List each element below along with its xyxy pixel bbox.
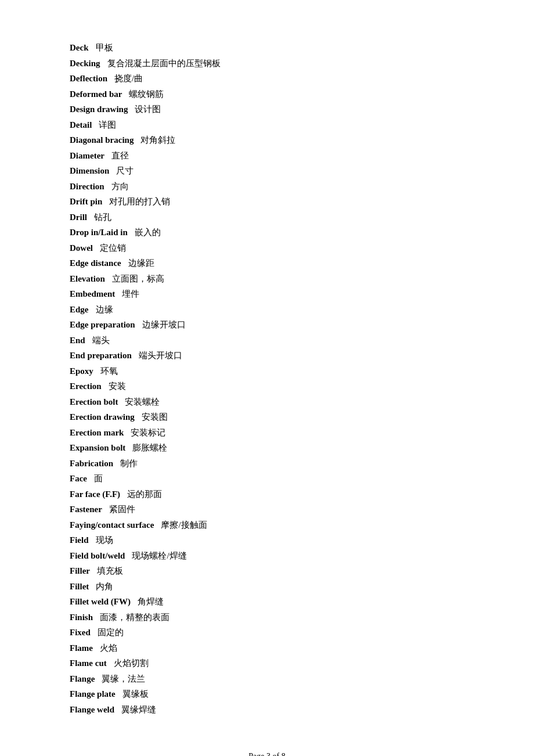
entry-chinese: 挠度/曲 <box>110 74 143 83</box>
glossary-entry: Field bolt/weld 现场螺栓/焊缝 <box>70 549 464 564</box>
entry-chinese: 火焰 <box>95 643 117 653</box>
glossary-entry: End preparation 端头开坡口 <box>70 348 464 363</box>
entry-chinese: 立面图，标高 <box>107 274 164 283</box>
entry-english: Field bolt/weld <box>70 551 125 560</box>
entry-english: Drill <box>70 213 87 222</box>
entry-chinese: 翼缘，法兰 <box>98 674 146 683</box>
entry-chinese: 摩擦/接触面 <box>157 520 207 530</box>
glossary-entry: Fillet weld (FW) 角焊缝 <box>70 595 464 610</box>
entry-chinese: 螺纹钢筋 <box>125 89 164 99</box>
entry-english: Edge preparation <box>70 320 135 329</box>
glossary-entry: Flame 火焰 <box>70 641 464 656</box>
glossary-entry: Erection 安装 <box>70 379 464 394</box>
entry-chinese: 钻孔 <box>90 213 112 222</box>
entry-chinese: 安装 <box>104 381 126 391</box>
glossary-entry: Flange weld 翼缘焊缝 <box>70 703 464 718</box>
entry-english: Far face (F.F) <box>70 489 120 499</box>
entry-chinese: 边缘开坡口 <box>138 320 186 329</box>
glossary-entry: Far face (F.F) 远的那面 <box>70 487 464 502</box>
page-number: Page 3 of 8 <box>248 752 285 756</box>
entry-chinese: 复合混凝土层面中的压型钢板 <box>103 59 221 68</box>
entry-english: Flame cut <box>70 658 107 668</box>
entry-chinese: 火焰切割 <box>109 658 149 668</box>
entry-english: Epoxy <box>70 366 93 376</box>
glossary-entry: Field 现场 <box>70 533 464 548</box>
glossary-entry: Edge preparation 边缘开坡口 <box>70 318 464 333</box>
entry-chinese: 端头 <box>88 336 110 345</box>
entry-chinese: 面漆，精整的表面 <box>96 613 170 622</box>
entry-chinese: 紧固件 <box>104 505 135 514</box>
glossary-entry: Decking 复合混凝土层面中的压型钢板 <box>70 56 464 71</box>
entry-chinese: 制作 <box>116 459 138 468</box>
entry-chinese: 对孔用的打入销 <box>105 197 171 206</box>
entry-chinese: 翼缘板 <box>118 689 149 699</box>
entry-chinese: 设计图 <box>131 105 161 114</box>
glossary-entry: Edge distance 边缘距 <box>70 256 464 271</box>
entry-english: Erection bolt <box>70 397 118 406</box>
entry-chinese: 远的那面 <box>123 489 163 499</box>
glossary-entry: Deflection 挠度/曲 <box>70 71 464 87</box>
entry-chinese: 膨胀螺栓 <box>128 443 168 452</box>
entry-chinese: 安装标记 <box>127 428 166 437</box>
entry-english: Fastener <box>70 505 102 514</box>
entry-chinese: 面 <box>89 474 103 483</box>
entry-english: Drop in/Laid in <box>70 228 128 237</box>
glossary-entry: Erection bolt 安装螺栓 <box>70 395 464 410</box>
entry-chinese: 内角 <box>92 582 114 591</box>
glossary-entry: Direction 方向 <box>70 179 464 195</box>
entry-english: Embedment <box>70 289 115 298</box>
glossary-entry: Flame cut 火焰切割 <box>70 656 464 671</box>
entry-english: Faying/contact surface <box>70 520 154 530</box>
entry-english: Detail <box>70 120 92 129</box>
entry-english: Fabrication <box>70 459 113 468</box>
entry-chinese: 嵌入的 <box>130 228 161 237</box>
main-content: Deck 甲板Decking 复合混凝土层面中的压型钢板Deflection 挠… <box>70 41 464 717</box>
glossary-entry: Deck 甲板 <box>70 41 464 56</box>
glossary-entry: Fabrication 制作 <box>70 456 464 471</box>
entry-english: Drift pin <box>70 197 102 206</box>
entry-english: Fillet weld (FW) <box>70 597 131 606</box>
entry-english: Erection drawing <box>70 412 135 422</box>
entry-chinese: 对角斜拉 <box>136 135 176 145</box>
entry-english: End <box>70 336 85 345</box>
entry-chinese: 翼缘焊缝 <box>117 705 157 714</box>
entry-chinese: 直径 <box>107 151 129 160</box>
entry-chinese: 尺寸 <box>112 166 134 175</box>
glossary-entry: Fastener 紧固件 <box>70 502 464 517</box>
entry-chinese: 安装螺栓 <box>121 397 160 406</box>
glossary-entry: Erection drawing 安装图 <box>70 410 464 425</box>
entry-english: Design drawing <box>70 105 128 114</box>
entry-chinese: 填充板 <box>92 566 123 575</box>
entry-chinese: 环氧 <box>96 366 118 376</box>
entry-english: Diameter <box>70 151 104 160</box>
entry-english: Deformed bar <box>70 89 122 99</box>
glossary-entry: Fixed 固定的 <box>70 625 464 640</box>
glossary-entry: Fillet 内角 <box>70 579 464 595</box>
entry-chinese: 埋件 <box>118 289 140 298</box>
entry-english: Deck <box>70 43 89 52</box>
entry-chinese: 角焊缝 <box>133 597 164 606</box>
entry-chinese: 甲板 <box>91 43 113 52</box>
glossary-entry: Flange plate 翼缘板 <box>70 687 464 702</box>
glossary-entry: Erection mark 安装标记 <box>70 426 464 441</box>
entry-chinese: 现场螺栓/焊缝 <box>128 551 187 560</box>
entry-english: Expansion bolt <box>70 443 125 452</box>
entry-english: Flange weld <box>70 705 114 714</box>
entry-chinese: 现场 <box>91 535 113 545</box>
entry-chinese: 方向 <box>107 182 129 191</box>
glossary-entry: Filler 填充板 <box>70 564 464 579</box>
entry-english: Face <box>70 474 87 483</box>
glossary-entry: Embedment 埋件 <box>70 287 464 302</box>
entry-english: Erection <box>70 381 102 391</box>
glossary-entry: Drill 钻孔 <box>70 210 464 225</box>
entry-chinese: 边缘距 <box>124 258 154 268</box>
glossary-entry: Expansion bolt 膨胀螺栓 <box>70 441 464 456</box>
glossary-entry: Faying/contact surface 摩擦/接触面 <box>70 518 464 533</box>
entry-chinese: 详图 <box>95 120 117 129</box>
entry-english: Deflection <box>70 74 107 83</box>
entry-english: Field <box>70 535 89 545</box>
glossary-entry: End 端头 <box>70 333 464 348</box>
entry-chinese: 安装图 <box>137 412 168 422</box>
entry-english: Fixed <box>70 628 91 637</box>
entry-english: Dowel <box>70 243 93 253</box>
